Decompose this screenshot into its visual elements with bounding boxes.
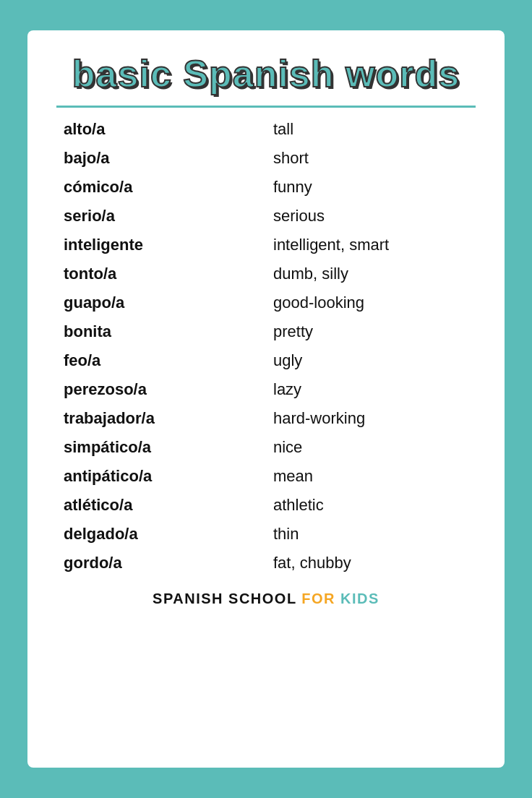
spanish-word: perezoso/a <box>56 375 266 404</box>
english-translation: nice <box>266 433 476 462</box>
english-translation: lazy <box>266 375 476 404</box>
vocab-table: alto/atallbajo/ashortcómico/afunnyserio/… <box>56 115 476 578</box>
english-translation: thin <box>266 520 476 549</box>
table-row: simpático/anice <box>56 433 476 462</box>
table-row: delgado/athin <box>56 520 476 549</box>
english-translation: intelligent, smart <box>266 231 476 259</box>
english-translation: pretty <box>266 317 476 346</box>
table-row: guapo/agood-looking <box>56 288 476 317</box>
table-row: bajo/ashort <box>56 144 476 173</box>
table-row: antipático/amean <box>56 462 476 491</box>
spanish-word: delgado/a <box>56 520 266 549</box>
spanish-word: simpático/a <box>56 433 266 462</box>
spanish-word: bajo/a <box>56 144 266 173</box>
divider <box>56 106 476 108</box>
footer-part1: SPANISH SCHOOL <box>153 591 301 606</box>
table-row: trabajador/ahard-working <box>56 404 476 433</box>
footer-for: FOR <box>301 591 340 606</box>
spanish-word: gordo/a <box>56 549 266 578</box>
spanish-word: trabajador/a <box>56 404 266 433</box>
table-row: inteligenteintelligent, smart <box>56 231 476 259</box>
spanish-word: cómico/a <box>56 173 266 202</box>
english-translation: short <box>266 144 476 173</box>
table-row: gordo/afat, chubby <box>56 549 476 578</box>
english-translation: athletic <box>266 491 476 520</box>
footer-kids: KIDS <box>340 591 379 606</box>
page-title: basic Spanish words <box>72 52 460 95</box>
table-row: cómico/afunny <box>56 173 476 202</box>
spanish-word: feo/a <box>56 346 266 375</box>
spanish-word: tonto/a <box>56 259 266 288</box>
spanish-word: antipático/a <box>56 462 266 491</box>
spanish-word: guapo/a <box>56 288 266 317</box>
footer: SPANISH SCHOOL FOR KIDS <box>153 591 379 607</box>
table-row: tonto/adumb, silly <box>56 259 476 288</box>
spanish-word: alto/a <box>56 115 266 144</box>
table-row: perezoso/alazy <box>56 375 476 404</box>
english-translation: fat, chubby <box>266 549 476 578</box>
table-row: alto/atall <box>56 115 476 144</box>
spanish-word: atlético/a <box>56 491 266 520</box>
english-translation: ugly <box>266 346 476 375</box>
table-row: bonitapretty <box>56 317 476 346</box>
english-translation: mean <box>266 462 476 491</box>
spanish-word: inteligente <box>56 231 266 259</box>
english-translation: hard-working <box>266 404 476 433</box>
table-row: serio/aserious <box>56 202 476 231</box>
spanish-word: serio/a <box>56 202 266 231</box>
english-translation: tall <box>266 115 476 144</box>
table-row: feo/augly <box>56 346 476 375</box>
main-card: basic Spanish words alto/atallbajo/ashor… <box>27 30 505 768</box>
english-translation: funny <box>266 173 476 202</box>
table-row: atlético/aathletic <box>56 491 476 520</box>
english-translation: serious <box>266 202 476 231</box>
english-translation: good-looking <box>266 288 476 317</box>
spanish-word: bonita <box>56 317 266 346</box>
english-translation: dumb, silly <box>266 259 476 288</box>
